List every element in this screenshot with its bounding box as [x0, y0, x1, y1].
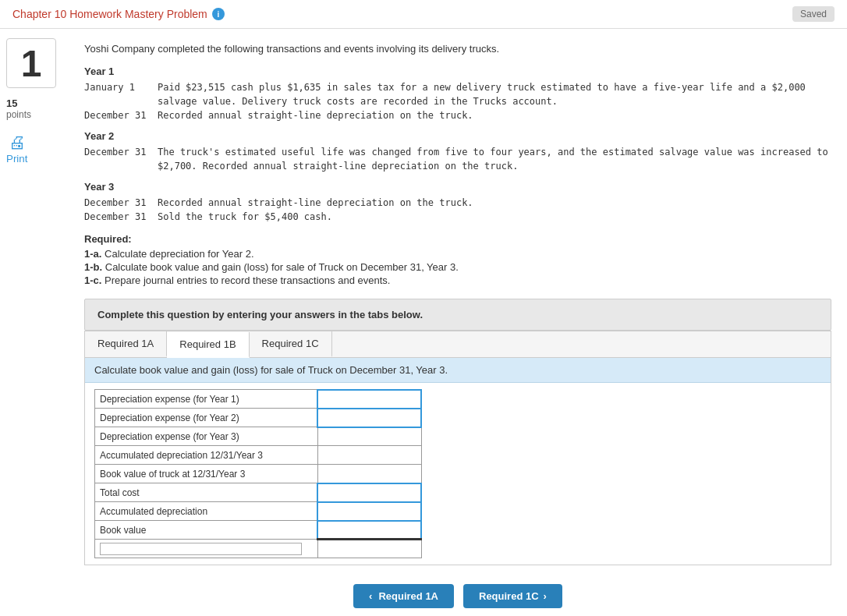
- tab-required-1c[interactable]: Required 1C: [250, 331, 332, 357]
- event-date: December 31: [84, 210, 154, 224]
- table-row: Accumulated depreciation 12/31/Year 3: [95, 446, 422, 465]
- dep-year3-input[interactable]: [323, 431, 416, 442]
- table-row: Depreciation expense (for Year 3): [95, 427, 422, 446]
- tab-required-1b[interactable]: Required 1B: [167, 332, 249, 358]
- row-input-cell: [317, 427, 421, 446]
- row-label: [95, 540, 318, 558]
- event-date: December 31: [84, 196, 154, 210]
- table-wrapper: Depreciation expense (for Year 1) Deprec…: [85, 383, 831, 565]
- question-number: 1: [6, 38, 56, 88]
- year1-heading: Year 1: [84, 65, 831, 77]
- row-input-cell: [317, 502, 421, 521]
- row-label: Total cost: [95, 483, 318, 502]
- event-date: December 31: [84, 108, 154, 122]
- left-panel: 1 15 points 🖨 Print: [0, 29, 78, 616]
- event-line: $2,700. Recorded annual straight-line de…: [84, 159, 831, 173]
- table-row: Total cost: [95, 483, 422, 502]
- dep-year1-input[interactable]: [323, 394, 416, 405]
- extra-input[interactable]: [323, 543, 416, 554]
- required-item-1a: 1-a. Calculate depreciation for Year 2.: [84, 248, 831, 260]
- saved-badge: Saved: [792, 6, 835, 22]
- event-desc: salvage value. Delivery truck costs are …: [158, 94, 831, 108]
- required-item-1c: 1-c. Prepare journal entries to record t…: [84, 274, 831, 286]
- row-label: Accumulated depreciation: [95, 502, 318, 521]
- next-label: Required 1C: [479, 590, 539, 602]
- main-layout: 1 15 points 🖨 Print Yoshi Company comple…: [0, 29, 847, 616]
- print-icon: 🖨: [9, 133, 26, 153]
- event-desc: Recorded annual straight-line depreciati…: [158, 108, 831, 122]
- required-heading: Required:: [84, 233, 831, 245]
- tab-required-1a[interactable]: Required 1A: [85, 331, 167, 357]
- dep-year2-input[interactable]: [323, 412, 416, 423]
- event-line: January 1 Paid $23,515 cash plus $1,635 …: [84, 80, 831, 94]
- tab-description: Calculate book value and gain (loss) for…: [85, 358, 831, 383]
- row-input-cell: [317, 521, 421, 540]
- event-date: [84, 159, 154, 173]
- next-icon: ›: [544, 590, 547, 602]
- row-label-input[interactable]: [100, 543, 302, 555]
- row-input-cell: [317, 540, 421, 558]
- year1-events: January 1 Paid $23,515 cash plus $1,635 …: [84, 80, 831, 122]
- page-title: Chapter 10 Homework Mastery Problem i: [12, 8, 225, 20]
- row-input-cell: [317, 483, 421, 502]
- row-label: Depreciation expense (for Year 2): [95, 409, 318, 427]
- row-input-cell: [317, 409, 421, 427]
- required-section: Required: 1-a. Calculate depreciation fo…: [84, 233, 831, 286]
- total-cost-input[interactable]: [323, 487, 416, 498]
- event-desc: $2,700. Recorded annual straight-line de…: [158, 159, 831, 173]
- year2-heading: Year 2: [84, 130, 831, 142]
- tabs-container: Required 1A Required 1B Required 1C Calc…: [84, 331, 831, 566]
- event-desc: Paid $23,515 cash plus $1,635 in sales t…: [158, 80, 831, 94]
- prev-button[interactable]: ‹ Required 1A: [353, 584, 454, 608]
- event-desc: The truck's estimated useful life was ch…: [158, 145, 831, 159]
- event-line: December 31 Recorded annual straight-lin…: [84, 108, 831, 122]
- table-row: [95, 540, 422, 558]
- title-text: Chapter 10 Homework Mastery Problem: [12, 8, 207, 20]
- points-label: points: [6, 109, 72, 120]
- event-date: December 31: [84, 145, 154, 159]
- next-button[interactable]: Required 1C ›: [463, 584, 562, 608]
- row-value-cell: [317, 465, 421, 483]
- tab-content: Calculate book value and gain (loss) for…: [85, 358, 831, 565]
- points-value: 15: [6, 97, 72, 109]
- print-label: Print: [6, 153, 27, 165]
- event-line: December 31 Recorded annual straight-lin…: [84, 196, 831, 210]
- table-row: Book value of truck at 12/31/Year 3: [95, 465, 422, 483]
- row-label: Depreciation expense (for Year 1): [95, 390, 318, 409]
- data-table: Depreciation expense (for Year 1) Deprec…: [94, 389, 422, 559]
- event-line: salvage value. Delivery truck costs are …: [84, 94, 831, 108]
- accum-dep-input[interactable]: [323, 506, 416, 517]
- event-line: December 31 The truck's estimated useful…: [84, 145, 831, 159]
- tabs-header: Required 1A Required 1B Required 1C: [85, 331, 831, 358]
- table-row: Accumulated depreciation: [95, 502, 422, 521]
- event-desc: Sold the truck for $5,400 cash.: [158, 210, 831, 224]
- row-label: Depreciation expense (for Year 3): [95, 427, 318, 446]
- complete-banner: Complete this question by entering your …: [84, 299, 831, 331]
- row-label: Accumulated depreciation 12/31/Year 3: [95, 446, 318, 465]
- year2-events: December 31 The truck's estimated useful…: [84, 145, 831, 173]
- table-row: Depreciation expense (for Year 2): [95, 409, 422, 427]
- event-desc: Recorded annual straight-line depreciati…: [158, 196, 831, 210]
- table-row: Depreciation expense (for Year 1): [95, 390, 422, 409]
- row-input-cell: [317, 390, 421, 409]
- print-button[interactable]: 🖨 Print: [6, 133, 27, 165]
- top-bar: Chapter 10 Homework Mastery Problem i Sa…: [0, 0, 847, 29]
- prev-icon: ‹: [369, 590, 372, 602]
- content-area: Yoshi Company completed the following tr…: [78, 29, 847, 616]
- event-date: [84, 94, 154, 108]
- intro-text: Yoshi Company completed the following tr…: [84, 41, 831, 58]
- row-label: Book value of truck at 12/31/Year 3: [95, 465, 318, 483]
- nav-buttons: ‹ Required 1A Required 1C ›: [84, 578, 831, 614]
- table-row: Book value: [95, 521, 422, 540]
- year3-events: December 31 Recorded annual straight-lin…: [84, 196, 831, 224]
- event-line: December 31 Sold the truck for $5,400 ca…: [84, 210, 831, 224]
- book-value-input[interactable]: [323, 525, 416, 536]
- prev-label: Required 1A: [378, 590, 438, 602]
- row-label: Book value: [95, 521, 318, 540]
- info-icon[interactable]: i: [212, 8, 225, 20]
- year3-heading: Year 3: [84, 181, 831, 193]
- event-date: January 1: [84, 80, 154, 94]
- row-value-cell: [317, 446, 421, 465]
- required-item-1b: 1-b. Calculate book value and gain (loss…: [84, 261, 831, 273]
